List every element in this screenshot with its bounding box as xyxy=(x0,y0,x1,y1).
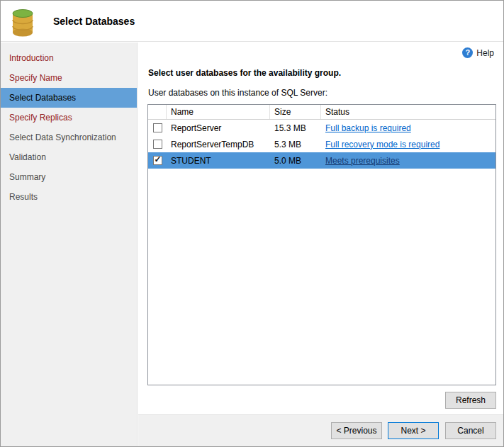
previous-button[interactable]: < Previous xyxy=(331,422,382,439)
row-checkbox[interactable] xyxy=(153,156,162,165)
sidebar-item-specify-replicas[interactable]: Specify Replicas xyxy=(1,108,137,128)
refresh-button[interactable]: Refresh xyxy=(445,392,496,409)
db-size: 5.0 MB xyxy=(270,156,321,166)
row-checkbox[interactable] xyxy=(153,140,162,149)
next-button[interactable]: Next > xyxy=(388,422,439,439)
db-status-cell: Meets prerequisites xyxy=(321,156,495,166)
instruction-text: Select user databases for the availabili… xyxy=(148,68,341,78)
row-checkbox-cell xyxy=(148,123,167,132)
sidebar-item-summary: Summary xyxy=(1,167,137,187)
db-name: ReportServerTempDB xyxy=(167,140,270,149)
content-panel: ? Help Select user databases for the ava… xyxy=(138,43,503,414)
databases-list-label: User databases on this instance of SQL S… xyxy=(148,88,327,98)
help-icon: ? xyxy=(462,47,473,58)
sidebar-item-select-databases[interactable]: Select Databases xyxy=(1,88,137,108)
db-size: 15.3 MB xyxy=(270,123,321,133)
table-row-selected[interactable]: STUDENT 5.0 MB Meets prerequisites xyxy=(148,152,495,169)
column-header-status: Status xyxy=(321,105,495,119)
sidebar-item-select-data-synchronization: Select Data Synchronization xyxy=(1,128,137,147)
database-icon xyxy=(10,6,35,38)
table-row[interactable]: ReportServer 15.3 MB Full backup is requ… xyxy=(148,120,495,136)
db-status-link[interactable]: Full backup is required xyxy=(325,123,411,133)
table-header: Name Size Status xyxy=(148,105,495,120)
db-name: STUDENT xyxy=(167,156,270,166)
help-label: Help xyxy=(476,48,494,58)
page-title: Select Databases xyxy=(53,16,135,27)
db-status-link[interactable]: Full recovery mode is required xyxy=(325,140,439,149)
db-status-cell: Full recovery mode is required xyxy=(321,140,495,149)
wizard-window: Select Databases Introduction Specify Na… xyxy=(0,0,504,447)
db-status-link[interactable]: Meets prerequisites xyxy=(325,156,400,166)
table-row[interactable]: ReportServerTempDB 5.3 MB Full recovery … xyxy=(148,136,495,152)
databases-table: Name Size Status ReportServer 15.3 MB Fu… xyxy=(147,104,496,385)
row-checkbox-cell xyxy=(148,140,167,149)
wizard-header: Select Databases xyxy=(1,1,503,42)
sidebar-item-introduction[interactable]: Introduction xyxy=(1,48,137,68)
cancel-button[interactable]: Cancel xyxy=(445,422,496,439)
wizard-steps-sidebar: Introduction Specify Name Select Databas… xyxy=(1,43,138,446)
db-status-cell: Full backup is required xyxy=(321,123,495,133)
column-header-checkbox xyxy=(148,105,167,119)
db-size: 5.3 MB xyxy=(270,140,321,149)
sidebar-item-results: Results xyxy=(1,187,137,207)
row-checkbox-cell xyxy=(148,156,167,165)
wizard-footer: < Previous Next > Cancel xyxy=(138,414,503,446)
sidebar-item-validation: Validation xyxy=(1,147,137,167)
sidebar-item-specify-name[interactable]: Specify Name xyxy=(1,68,137,88)
column-header-size: Size xyxy=(270,105,321,119)
db-name: ReportServer xyxy=(167,123,270,133)
row-checkbox[interactable] xyxy=(153,123,162,132)
help-link[interactable]: ? Help xyxy=(462,47,494,58)
column-header-name: Name xyxy=(167,105,270,119)
